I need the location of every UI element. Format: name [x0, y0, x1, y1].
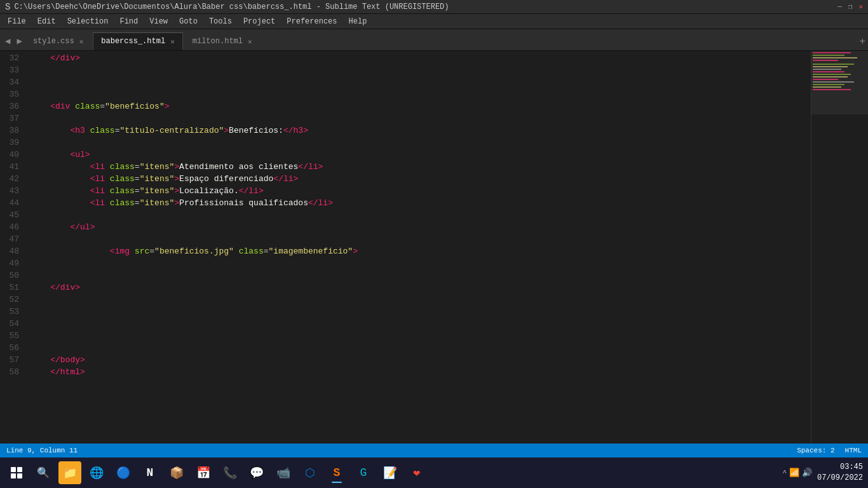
svg-rect-16 — [811, 51, 868, 114]
taskbar-googlechat[interactable]: G — [352, 461, 375, 484]
code-line-34 — [29, 76, 811, 88]
taskbar-calendar[interactable]: 📅 — [192, 461, 215, 484]
menu-edit[interactable]: Edit — [32, 16, 61, 27]
code-line-56 — [29, 342, 811, 354]
code-line-55 — [29, 330, 811, 342]
tab-next-button[interactable]: ▶ — [14, 34, 24, 48]
code-line-44: <li class="itens">Profissionais qualific… — [29, 197, 811, 209]
network-icon[interactable]: 📶 — [789, 468, 799, 478]
tab-bar-right: + — [859, 36, 865, 50]
tab-bar: ◀ ▶ style.css ✕ babercss_.html ✕ milton.… — [0, 29, 868, 51]
line-num-57: 57 — [4, 354, 19, 366]
line-numbers: 32 33 34 35 36 37 38 39 40 41 42 43 44 4… — [0, 51, 25, 444]
taskbar-clock[interactable]: 03:45 07/09/2022 — [817, 462, 863, 484]
taskbar-amazon[interactable]: 📦 — [165, 461, 188, 484]
maximize-button[interactable]: ❐ — [848, 3, 853, 11]
taskbar-vscode[interactable]: ⬡ — [299, 461, 322, 484]
system-tray: ^ 📶 🔊 — [782, 468, 812, 478]
menu-selection[interactable]: Selection — [62, 16, 114, 27]
tab-close-milton[interactable]: ✕ — [248, 37, 252, 46]
taskbar-whatsapp[interactable]: 💬 — [245, 461, 268, 484]
menu-find[interactable]: Find — [114, 16, 143, 27]
menu-bar: File Edit Selection Find View Goto Tools… — [0, 14, 868, 29]
code-line-43: <li class="itens">Localização.</li> — [29, 185, 811, 197]
code-line-57: </body> — [29, 354, 811, 366]
start-button[interactable] — [5, 461, 28, 484]
code-line-48: <img src="beneficios.jpg" class="imagemb… — [29, 245, 811, 257]
status-right: Spaces: 2 HTML — [797, 447, 862, 454]
code-line-52 — [29, 294, 811, 306]
code-line-40: <ul> — [29, 149, 811, 161]
line-num-58: 58 — [4, 366, 19, 378]
taskbar-redapp[interactable]: ❤ — [405, 461, 428, 484]
code-area[interactable]: </div> <div class="beneficios"> <h3 clas… — [25, 51, 811, 444]
minimap — [811, 51, 868, 444]
tab-prev-button[interactable]: ◀ — [3, 34, 13, 48]
taskbar-sublimetext[interactable]: S — [325, 461, 348, 484]
red-icon: ❤ — [414, 466, 421, 480]
taskbar-notion[interactable]: N — [139, 461, 161, 484]
spaces-indicator[interactable]: Spaces: 2 — [797, 447, 834, 454]
code-line-51: </div> — [29, 281, 811, 294]
tray-chevron[interactable]: ^ — [782, 469, 787, 477]
line-num-51: 51 — [4, 281, 19, 294]
code-line-32: </div> — [29, 52, 811, 64]
taskbar-phone[interactable]: 📞 — [219, 461, 241, 484]
taskbar-zoom[interactable]: 📹 — [272, 461, 295, 484]
line-num-37: 37 — [4, 112, 19, 125]
menu-project[interactable]: Project — [238, 16, 280, 27]
tab-close-babercss[interactable]: ✕ — [170, 37, 175, 46]
menu-tools[interactable]: Tools — [204, 16, 237, 27]
line-num-47: 47 — [4, 233, 19, 245]
code-line-45 — [29, 209, 811, 221]
menu-goto[interactable]: Goto — [174, 16, 203, 27]
menu-preferences[interactable]: Preferences — [281, 16, 342, 27]
minimize-button[interactable]: — — [837, 3, 842, 11]
code-line-53 — [29, 306, 811, 318]
line-num-44: 44 — [4, 197, 19, 209]
tab-label: babercss_.html — [101, 37, 165, 46]
taskbar-stickynotes[interactable]: 📝 — [379, 461, 402, 484]
new-tab-button[interactable]: + — [859, 36, 865, 48]
taskbar-search[interactable]: 🔍 — [32, 461, 55, 484]
line-num-42: 42 — [4, 173, 19, 185]
code-line-41: <li class="itens">Atendimento aos client… — [29, 161, 811, 173]
position-indicator[interactable]: Line 9, Column 11 — [6, 447, 78, 454]
volume-icon[interactable]: 🔊 — [802, 468, 812, 478]
close-button[interactable]: ✕ — [858, 3, 863, 11]
line-num-40: 40 — [4, 149, 19, 161]
language-indicator[interactable]: HTML — [845, 447, 862, 454]
zoom-icon: 📹 — [276, 466, 290, 480]
taskbar-edge[interactable]: 🌐 — [85, 461, 108, 484]
fileexplorer-icon: 📁 — [63, 466, 77, 480]
status-left: Line 9, Column 11 — [6, 447, 78, 454]
taskbar-fileexplorer[interactable]: 📁 — [58, 461, 81, 484]
menu-help[interactable]: Help — [344, 16, 372, 27]
taskbar: 🔍 📁 🌐 🔵 N 📦 📅 📞 💬 📹 ⬡ S G 📝 ❤ — [0, 458, 868, 488]
line-num-52: 52 — [4, 294, 19, 306]
line-num-49: 49 — [4, 257, 19, 269]
tab-babercss-html[interactable]: babercss_.html ✕ — [93, 32, 182, 50]
line-num-48: 48 — [4, 245, 19, 257]
line-num-34: 34 — [4, 76, 19, 88]
menu-view[interactable]: View — [144, 16, 173, 27]
line-num-43: 43 — [4, 185, 19, 197]
code-line-36: <div class="beneficios"> — [29, 100, 811, 112]
title-text: C:\Users\Deehc\OneDrive\Documentos\Alura… — [14, 3, 449, 11]
title-bar: S C:\Users\Deehc\OneDrive\Documentos\Alu… — [0, 0, 868, 14]
line-num-56: 56 — [4, 342, 19, 354]
line-num-46: 46 — [4, 221, 19, 233]
tab-close-style[interactable]: ✕ — [79, 37, 84, 46]
chrome-icon: 🔵 — [116, 466, 130, 480]
line-num-53: 53 — [4, 306, 19, 318]
tab-style-css[interactable]: style.css ✕ — [25, 32, 92, 50]
title-bar-controls[interactable]: — ❐ ✕ — [837, 3, 863, 11]
editor-area: 32 33 34 35 36 37 38 39 40 41 42 43 44 4… — [0, 51, 868, 444]
tab-label: style.css — [33, 37, 74, 46]
code-line-42: <li class="itens">Espaço diferenciado</l… — [29, 173, 811, 185]
tab-milton-html[interactable]: milton.html ✕ — [184, 32, 261, 50]
menu-file[interactable]: File — [3, 16, 31, 27]
taskbar-chrome[interactable]: 🔵 — [112, 461, 135, 484]
line-num-36: 36 — [4, 100, 19, 112]
code-line-37 — [29, 112, 811, 125]
